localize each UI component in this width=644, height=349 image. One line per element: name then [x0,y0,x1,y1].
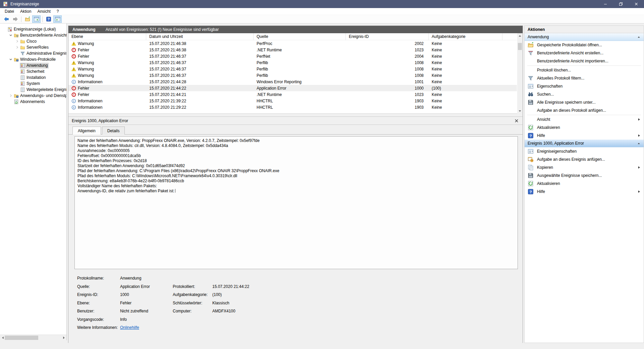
action-item-0-2[interactable]: Benutzerdefinierte Ansicht importieren..… [525,57,644,65]
menu-item-2[interactable]: Ansicht [34,8,53,14]
action-group-title: Anwendung [528,35,549,39]
warning-icon [71,41,76,46]
tab-allgemein[interactable]: Allgemein [72,127,101,135]
table-row[interactable]: Informationen15.07.2020 21:29:22HHCTRL19… [68,104,517,110]
close-icon[interactable] [514,118,519,123]
back-arrow-button[interactable] [2,15,10,23]
chevron-right-icon[interactable] [14,39,20,43]
sidebar-item-6[interactable]: Anwendung [0,62,66,68]
close-white-icon [634,1,639,7]
action-item-label: Aktuelles Protokoll filtern... [537,76,584,81]
action-item-1-4[interactable]: Aktualisieren [525,180,644,188]
scrollbar-thumb[interactable] [518,43,522,50]
action-pane-button[interactable] [53,15,62,23]
restore-button[interactable] [613,0,629,8]
action-item-0-9[interactable]: Ansicht [525,115,644,123]
open-folder-button[interactable] [23,15,32,23]
action-item-1-0[interactable]: Ereigniseigenschaften [525,147,644,155]
sidebar-item-5[interactable]: Windows-Protokolle [0,56,66,62]
event-list-scrollbar[interactable] [517,33,523,114]
table-row[interactable]: Fehler15.07.2020 21:44:22Application Err… [68,85,517,91]
console-tree-icon [34,16,39,22]
collapse-arrow-icon[interactable] [637,35,641,39]
help-icon: ? [528,189,534,195]
source-cell: Perflib [254,67,346,71]
svg-text:?: ? [47,17,49,21]
action-item-0-11[interactable]: ?Hilfe [525,132,644,140]
sidebar-item-2[interactable]: Cisco [0,38,66,44]
event-description-box[interactable]: Name der fehlerhaften Anwendung: ProppFr… [74,136,518,269]
source-cell: PerfProc [254,41,346,46]
sidebar-item-0[interactable]: Ereignisanzeige (Lokal) [0,26,66,32]
action-item-0-3[interactable]: Protokoll löschen... [525,66,644,74]
table-row[interactable]: Fehler15.07.2020 21:46:38.NET Runtime102… [68,47,517,53]
chevron-down-icon[interactable] [8,33,13,37]
table-row[interactable]: Informationen15.07.2020 21:39:22HHCTRL19… [68,98,517,104]
sidebar-item-3[interactable]: ServerRoles [0,44,66,50]
field-label: Schlüsselwörter: [173,301,212,305]
table-row[interactable]: Warnung15.07.2020 21:46:37Perflib1008Kei… [68,66,517,72]
action-item-1-5[interactable]: ?Hilfe [525,188,644,196]
datetime-cell: 15.07.2020 21:29:22 [146,105,254,110]
action-group-header-1[interactable]: Ereignis 1000, Application Error [525,140,644,147]
action-item-0-8[interactable]: Aufgabe an dieses Protokoll anfügen... [525,106,644,114]
sidebar-item-7[interactable]: Sicherheit [0,68,66,74]
table-row[interactable]: Warnung15.07.2020 21:46:38PerfProc2002Ke… [68,40,517,47]
column-header-2[interactable]: Quelle [254,33,346,40]
action-group-header-0[interactable]: Anwendung [525,33,644,41]
level-cell: Fehler [68,86,146,91]
sidebar-item-11[interactable]: Anwendungs- und Dienstprotokolle [0,93,66,99]
sidebar-item-12[interactable]: Abonnements [0,99,66,105]
tab-details[interactable]: Details [102,127,125,135]
column-header-4[interactable]: Aufgabenkategorie [429,33,502,40]
action-item-0-4[interactable]: Aktuelles Protokoll filtern... [525,74,644,82]
sidebar-item-8[interactable]: Installation [0,74,66,81]
level-label: Warnung [78,60,94,65]
action-item-1-1[interactable]: Aufgabe an dieses Ereignis anfügen... [525,155,644,163]
action-item-0-10[interactable]: Aktualisieren [525,123,644,132]
submenu-arrow-icon [637,118,641,121]
table-row[interactable]: Fehler15.07.2020 21:44:21.NET Runtime102… [68,91,517,98]
chevron-right-icon[interactable] [8,94,13,98]
online-help-link[interactable]: Onlinehilfe [120,325,173,330]
scroll-down-icon[interactable] [517,108,523,114]
tree-horizontal-scrollbar[interactable] [0,335,67,340]
table-row[interactable]: Warnung15.07.2020 21:46:37Perflib1008Kei… [68,72,517,79]
forward-arrow-button[interactable] [11,15,19,23]
table-row[interactable]: Informationen15.07.2020 21:44:28Windows … [68,79,517,85]
action-item-1-3[interactable]: Ausgewählte Ereignisse speichern... [525,171,644,180]
category-cell: Keine [429,92,502,97]
close-button[interactable] [629,0,644,8]
action-item-label: Ansicht [537,117,550,122]
sidebar-item-4[interactable]: Administrative Ereignisse [0,50,66,56]
event-id-cell: 1008 [346,73,429,78]
table-row[interactable]: Fehler15.07.2020 21:46:37PerfNet2004Kein… [68,53,517,59]
action-item-0-7[interactable]: Alle Ereignisse speichern unter... [525,98,644,106]
menu-item-1[interactable]: Aktion [17,8,34,14]
chevron-right-icon[interactable] [14,45,20,49]
scroll-right-icon[interactable] [61,335,67,340]
column-header-3[interactable]: Ereignis-ID [346,33,429,40]
menu-item-3[interactable]: ? [54,8,62,14]
chevron-down-icon[interactable] [8,57,13,61]
console-tree-button[interactable] [32,15,41,23]
field-label: Ereignis-ID: [77,292,120,297]
help-button[interactable]: ? [44,15,53,23]
collapse-arrow-icon[interactable] [637,142,641,145]
table-row[interactable]: Warnung15.07.2020 21:46:37Perflib1008Kei… [68,59,517,66]
minimize-button[interactable] [598,0,613,8]
sidebar-item-9[interactable]: System [0,81,66,87]
action-item-0-6[interactable]: Suchen... [525,90,644,98]
sidebar-item-10[interactable]: Weitergeleitete Ereignisse [0,87,66,93]
sidebar-item-1[interactable]: Benutzerdefinierte Ansichten [0,32,66,38]
scroll-up-icon[interactable] [517,33,523,39]
action-item-0-0[interactable]: Gespeicherte Protokolldatei öffnen... [525,41,644,49]
column-header-0[interactable]: Ebene [68,33,146,40]
menu-item-0[interactable]: Datei [2,8,17,14]
action-item-0-1[interactable]: Benutzerdefinierte Ansicht erstellen... [525,49,644,57]
action-item-1-2[interactable]: Kopieren [525,163,644,171]
splitter[interactable] [68,114,523,116]
column-header-1[interactable]: Datum und Uhrzeit [146,33,254,40]
scrollbar-thumb[interactable] [5,336,38,340]
action-item-0-5[interactable]: Eigenschaften [525,82,644,90]
